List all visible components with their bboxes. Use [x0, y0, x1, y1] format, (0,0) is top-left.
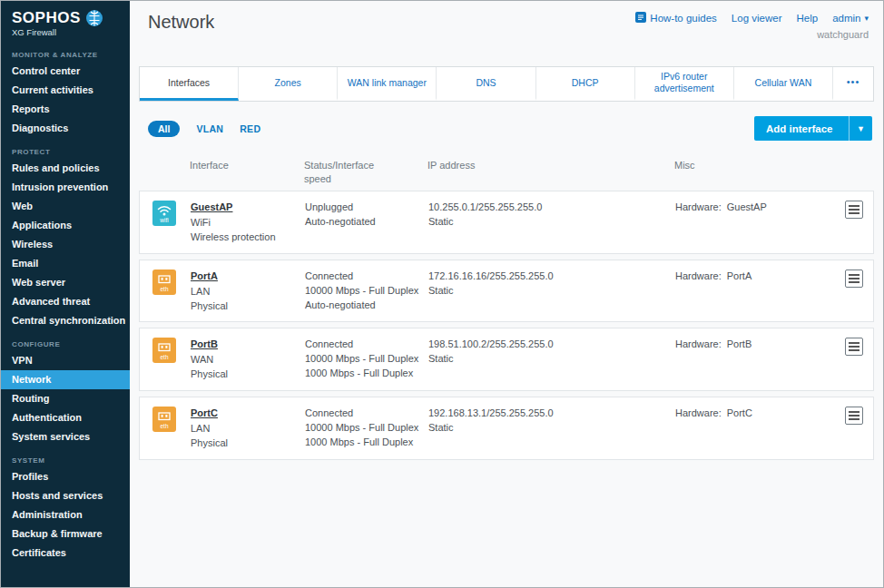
misc-label: Hardware: — [675, 270, 722, 281]
ethernet-icon: eth — [152, 270, 176, 295]
status-line: 10000 Mbps - Full Duplex — [305, 284, 428, 299]
row-menu-button[interactable] — [845, 201, 863, 219]
hamburger-icon — [849, 415, 859, 416]
tab-dns[interactable]: DNS — [437, 67, 535, 101]
sidebar-item-rules-and-policies[interactable]: Rules and policies — [1, 159, 130, 178]
more-tabs-button[interactable]: ••• — [833, 67, 873, 101]
sidebar-item-authentication[interactable]: Authentication — [1, 408, 130, 427]
sophos-logo-icon — [85, 9, 103, 27]
sophos-logo: SOPHOS — [12, 9, 81, 27]
status-line: Connected — [305, 407, 428, 421]
sidebar-item-web-server[interactable]: Web server — [1, 273, 130, 292]
interface-subtype: Physical — [191, 299, 305, 314]
status-line: 10000 Mbps - Full Duplex — [305, 352, 428, 367]
sidebar-item-reports[interactable]: Reports — [1, 100, 130, 119]
filter-red[interactable]: RED — [240, 123, 260, 134]
interface-subtype: Physical — [191, 368, 305, 382]
wifi-icon: wifi — [152, 201, 176, 226]
help-link[interactable]: Help — [796, 13, 818, 24]
status-line: Auto-negotiated — [305, 215, 428, 230]
ip-mode: Static — [428, 215, 675, 230]
hamburger-icon — [849, 278, 859, 279]
ethernet-icon: eth — [152, 407, 176, 432]
howto-guides-link[interactable]: How-to guides — [635, 12, 717, 24]
interface-type: WiFi — [191, 216, 305, 230]
sidebar-item-email[interactable]: Email — [1, 254, 130, 273]
interface-link-portc[interactable]: PortC — [191, 407, 218, 421]
tab-zones[interactable]: Zones — [239, 67, 338, 101]
user-menu[interactable]: admin ▾ — [832, 13, 869, 24]
sidebar-item-intrusion-prevention[interactable]: Intrusion prevention — [1, 178, 130, 197]
table-row: eth PortA LAN Physical Connected 10000 M… — [139, 260, 874, 323]
ip-mode: Static — [428, 352, 675, 367]
row-menu-button[interactable] — [845, 407, 863, 425]
status-line: Connected — [305, 270, 428, 284]
sidebar-item-system-services[interactable]: System services — [1, 427, 130, 446]
interface-subtype: Physical — [191, 436, 305, 451]
sidebar-item-network[interactable]: Network — [1, 370, 130, 389]
nav-section-title-protect: PROTECT — [1, 138, 130, 159]
sidebar-item-administration[interactable]: Administration — [1, 505, 130, 524]
interface-subtype: Wireless protection — [191, 230, 305, 245]
howto-guides-icon — [635, 12, 646, 24]
tab-interfaces[interactable]: Interfaces — [140, 67, 239, 101]
sidebar-item-profiles[interactable]: Profiles — [1, 467, 130, 486]
interface-type: LAN — [191, 422, 305, 436]
status-line: Unplugged — [305, 201, 428, 215]
misc-value: PortC — [727, 407, 752, 418]
sidebar-item-wireless[interactable]: Wireless — [1, 235, 130, 254]
sidebar-item-certificates[interactable]: Certificates — [1, 544, 130, 563]
sidebar-item-advanced-threat[interactable]: Advanced threat — [1, 292, 130, 311]
misc-label: Hardware: — [675, 338, 722, 349]
chevron-down-icon: ▾ — [864, 14, 869, 23]
tab-dhcp[interactable]: DHCP — [536, 67, 635, 101]
ethernet-icon: eth — [152, 338, 176, 363]
interface-type: LAN — [191, 285, 305, 299]
add-interface-button[interactable]: Add interface ▼ — [754, 116, 872, 141]
misc-value: GuestAP — [727, 201, 767, 212]
chevron-down-icon: ▼ — [849, 116, 872, 141]
sidebar-item-routing[interactable]: Routing — [1, 389, 130, 408]
status-line: Auto-negotiated — [305, 299, 428, 313]
sidebar-item-web[interactable]: Web — [1, 197, 130, 216]
account-name: watchguard — [635, 29, 869, 40]
sidebar-item-hosts-and-services[interactable]: Hosts and services — [1, 486, 130, 505]
interface-type: WAN — [191, 353, 305, 368]
table-header: Interface Status/Interface speed IP addr… — [139, 153, 874, 191]
hamburger-icon — [849, 346, 859, 348]
filter-toolbar: All VLAN RED Add interface ▼ — [148, 116, 872, 141]
sidebar-item-backup-firmware[interactable]: Backup & firmware — [1, 524, 130, 544]
filter-vlan[interactable]: VLAN — [196, 123, 223, 134]
sidebar: SOPHOS XG Firewall MONITOR & ANALYZE Con… — [1, 1, 130, 587]
tab-ipv6-router-advertisement[interactable]: IPv6 router advertisement — [635, 67, 734, 101]
interface-link-guestap[interactable]: GuestAP — [191, 201, 232, 215]
sidebar-item-diagnostics[interactable]: Diagnostics — [1, 119, 130, 138]
sidebar-nav: MONITOR & ANALYZE Control center Current… — [1, 41, 130, 563]
tab-wan-link-manager[interactable]: WAN link manager — [338, 67, 437, 101]
filter-all[interactable]: All — [148, 121, 180, 137]
row-menu-button[interactable] — [845, 338, 863, 356]
page-header: Network How-to guides Log viewer Help ad… — [130, 1, 883, 57]
sidebar-item-current-activities[interactable]: Current activities — [1, 81, 130, 100]
column-header-ip: IP address — [427, 159, 674, 172]
log-viewer-link[interactable]: Log viewer — [732, 13, 782, 24]
status-line: 1000 Mbps - Full Duplex — [305, 367, 428, 381]
status-line: Connected — [305, 338, 428, 352]
sidebar-item-central-synchronization[interactable]: Central synchronization — [1, 311, 130, 330]
brand: SOPHOS XG Firewall — [1, 1, 130, 41]
row-menu-button[interactable] — [845, 270, 863, 288]
interface-link-portb[interactable]: PortB — [191, 338, 218, 352]
table-row: wifi GuestAP WiFi Wireless protection Un… — [139, 191, 874, 254]
sidebar-item-vpn[interactable]: VPN — [1, 351, 130, 370]
sidebar-item-control-center[interactable]: Control center — [1, 62, 130, 81]
misc-value: PortB — [727, 338, 752, 349]
interface-link-porta[interactable]: PortA — [191, 270, 218, 284]
table-row: eth PortB WAN Physical Connected 10000 M… — [139, 328, 874, 391]
tab-cellular-wan[interactable]: Cellular WAN — [734, 67, 833, 101]
column-header-interface: Interface — [190, 159, 304, 172]
ip-address: 10.255.0.1/255.255.255.0 — [428, 201, 675, 215]
table-row: eth PortC LAN Physical Connected 10000 M… — [139, 397, 874, 460]
nav-section-title-monitor: MONITOR & ANALYZE — [1, 41, 130, 62]
page-title: Network — [148, 12, 214, 57]
sidebar-item-applications[interactable]: Applications — [1, 216, 130, 235]
